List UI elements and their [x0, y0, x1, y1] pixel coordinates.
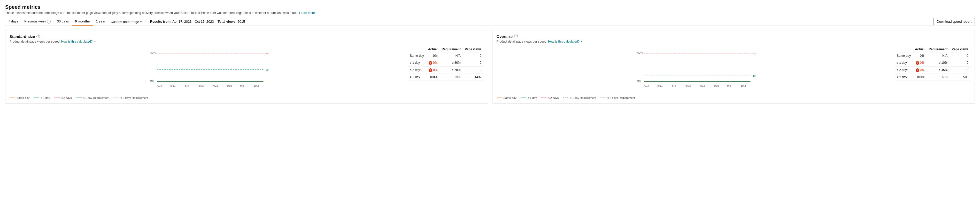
standard-col-pageviews: Page views: [463, 46, 484, 52]
standard-row-requirement: ≥ 70%: [439, 66, 463, 73]
oversize-x-label-2: 6/4: [672, 84, 676, 87]
oversize-row-requirement: N/A: [926, 73, 950, 81]
standard-metrics-table: Actual Requirement Page views Same-day0%…: [408, 46, 484, 81]
standard-row-requirement: ≥ 30%: [439, 59, 463, 66]
oversize-legend-le1day-req-icon: [563, 98, 568, 98]
oversize-x-label-5: 8/15: [714, 84, 719, 87]
req-label-30: +30: [264, 68, 269, 71]
legend-le2day-icon: [54, 98, 60, 98]
standard-col-label: [408, 46, 426, 52]
oversize-legend-le1day-icon: [520, 98, 526, 98]
oversize-y-label-0: 0%: [637, 79, 641, 82]
oversize-legend-same-day-icon: [496, 98, 502, 98]
standard-size-info-icon[interactable]: i: [37, 35, 40, 38]
tab-6months[interactable]: 6 months: [72, 18, 93, 25]
legend-le1day: ≤ 1 day: [33, 96, 50, 99]
oversize-row-label: Same-day: [895, 52, 913, 59]
standard-legend: Same-day ≤ 1 day ≤ 2 days ≤ 1 day R: [10, 96, 405, 99]
oversize-table-row: ≤ 2 days!0%≥ 45%0: [895, 66, 970, 73]
oversize-x-label-3: 6/28: [686, 84, 690, 87]
legend-le2day-req: ≤ 2 days Requirement: [113, 96, 148, 99]
standard-row-actual: 0%: [426, 52, 440, 59]
oversize-row-pageviews: 0: [950, 52, 970, 59]
standard-table-row: Same-day0%N/A0: [408, 52, 484, 59]
tab-previous-week[interactable]: Previous week i: [21, 18, 54, 26]
tab-30days[interactable]: 30 days: [54, 18, 72, 25]
oversize-col-label: [895, 46, 913, 52]
oversize-how-calculated-link[interactable]: How is this calculated?: [548, 40, 579, 43]
standard-row-requirement: N/A: [439, 73, 463, 81]
standard-how-calculated-link[interactable]: How is this calculated?: [61, 40, 92, 43]
standard-row-label: > 2 day: [408, 73, 426, 81]
legend-same-day: Same-day: [10, 96, 29, 99]
standard-row-pageviews: 0: [463, 59, 484, 66]
oversize-row-actual: !0%: [913, 59, 926, 66]
oversize-chart-and-table: 50% 0% +45 +10: [496, 46, 971, 99]
oversize-req-label-45: +45: [751, 52, 756, 55]
standard-row-requirement: N/A: [439, 52, 463, 59]
oversize-row-requirement: N/A: [926, 52, 950, 59]
legend-le1day-icon: [33, 98, 39, 98]
legend-le2day-req-icon: [113, 98, 119, 98]
standard-row-label: ≤ 1 day: [408, 59, 426, 66]
learn-more-link[interactable]: Learn more: [299, 11, 315, 15]
toolbar: 7 days Previous week i 30 days 6 months …: [5, 18, 975, 26]
panels-row: Standard-size i Product detail page view…: [5, 30, 975, 104]
page-title: Speed metrics: [5, 4, 975, 10]
subtitle: These metrics measure the percentage of …: [5, 11, 975, 15]
oversize-legend-le2day-req-icon: [600, 98, 606, 98]
standard-table-row: ≤ 1 day!0%≥ 30%0: [408, 59, 484, 66]
previous-week-info-icon[interactable]: i: [47, 20, 51, 24]
oversize-x-label-4: 7/22: [700, 84, 705, 87]
standard-size-title: Standard-size i: [10, 34, 484, 39]
standard-row-pageviews: 0: [463, 66, 484, 73]
oversize-row-label: > 2 day: [895, 73, 913, 81]
oversize-legend-le2day-req: ≤ 2 days Requirement: [600, 96, 635, 99]
oversize-legend-same-day: Same-day: [496, 96, 517, 99]
oversize-legend: Same-day ≤ 1 day ≤ 2 days ≤ 1 day R: [496, 96, 892, 99]
chevron-down-icon: ▾: [140, 21, 142, 23]
x-label-6: 9/8: [240, 84, 244, 87]
oversize-col-requirement: Requirement: [926, 46, 950, 52]
oversize-row-requirement: ≥ 45%: [926, 66, 950, 73]
error-badge: !: [429, 68, 432, 72]
error-badge: !: [916, 68, 919, 72]
standard-row-actual: !0%: [426, 66, 440, 73]
standard-col-requirement: Requirement: [439, 46, 463, 52]
oversize-req-label-10: +10: [751, 74, 756, 77]
tab-1year[interactable]: 1 year: [93, 18, 108, 25]
legend-le2day: ≤ 2 days: [54, 96, 72, 99]
oversize-row-pageviews: 583: [950, 73, 970, 81]
standard-chart-svg: 80% 0% +70 +30: [10, 46, 405, 93]
oversize-how-chevron: ▾: [581, 40, 582, 43]
oversize-legend-le2day: ≤ 2 days: [541, 96, 559, 99]
oversize-legend-le2day-icon: [541, 98, 547, 98]
tab-7days[interactable]: 7 days: [5, 18, 21, 25]
standard-size-panel: Standard-size i Product detail page view…: [5, 30, 488, 104]
legend-le1day-req: ≤ 1 day Requirement: [76, 96, 109, 99]
x-label-5: 8/15: [227, 84, 232, 87]
oversize-row-pageviews: 0: [950, 59, 970, 66]
oversize-table-area: Actual Requirement Page views Same-day0%…: [895, 46, 970, 99]
standard-table-row: > 2 day100%N/A1432: [408, 73, 484, 81]
x-label-1: 5/11: [170, 84, 175, 87]
x-label-2: 6/4: [185, 84, 189, 87]
standard-col-actual: Actual: [426, 46, 440, 52]
legend-same-day-icon: [10, 98, 15, 98]
oversize-x-label-7: 10/2: [740, 84, 746, 87]
oversize-table-row: ≤ 1 day!0%≥ 10%0: [895, 59, 970, 66]
custom-date-range-btn[interactable]: Custom date range ▾: [108, 18, 144, 25]
oversize-table-row: > 2 day100%N/A583: [895, 73, 970, 81]
standard-table-area: Actual Requirement Page views Same-day0%…: [408, 46, 484, 99]
download-speed-report-button[interactable]: Download speed report: [934, 18, 975, 25]
standard-how-chevron: ▾: [94, 40, 95, 43]
oversize-col-pageviews: Page views: [950, 46, 970, 52]
oversize-chart-label-row: Product detail page views per speed How …: [496, 40, 971, 43]
oversize-row-actual: 0%: [913, 52, 926, 59]
oversize-x-label-0: 4/17: [644, 84, 649, 87]
oversize-info-icon[interactable]: i: [514, 35, 518, 38]
error-badge: !: [916, 61, 919, 65]
standard-row-pageviews: 0: [463, 52, 484, 59]
standard-row-actual: 100%: [426, 73, 440, 81]
x-label-4: 7/22: [213, 84, 218, 87]
